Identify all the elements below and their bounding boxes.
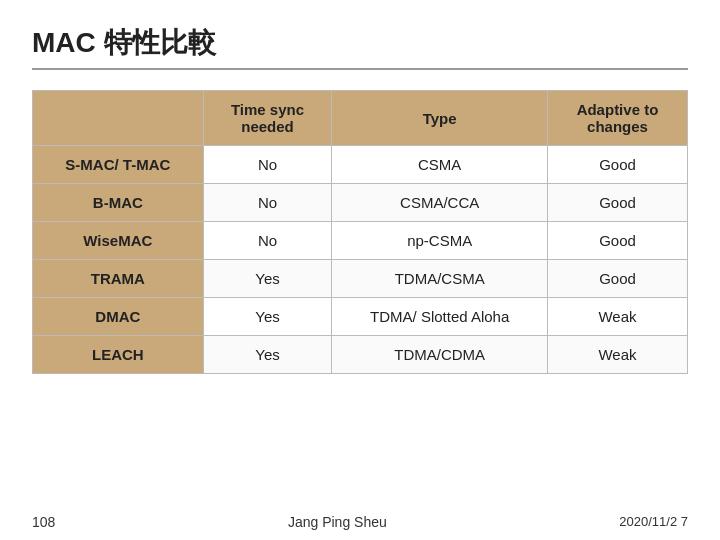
cell-value: Good (547, 260, 687, 298)
cell-value: No (203, 222, 332, 260)
cell-value: TDMA/ Slotted Aloha (332, 298, 548, 336)
row-label: LEACH (33, 336, 204, 374)
footer-date: 2020/11/2 7 (619, 514, 688, 530)
cell-value: Weak (547, 336, 687, 374)
cell-value: TDMA/CDMA (332, 336, 548, 374)
table-row: B-MACNoCSMA/CCAGood (33, 184, 688, 222)
footer-author: Jang Ping Sheu (288, 514, 387, 530)
cell-value: Weak (547, 298, 687, 336)
cell-value: CSMA/CCA (332, 184, 548, 222)
footer: 108 Jang Ping Sheu 2020/11/2 7 (0, 514, 720, 530)
title-divider (32, 68, 688, 70)
table-row: TRAMAYesTDMA/CSMAGood (33, 260, 688, 298)
cell-value: TDMA/CSMA (332, 260, 548, 298)
page-title: MAC 特性比較 (32, 24, 688, 62)
table-row: DMACYesTDMA/ Slotted AlohaWeak (33, 298, 688, 336)
row-label: S-MAC/ T-MAC (33, 146, 204, 184)
footer-page-number: 108 (32, 514, 55, 530)
col-header-adaptive: Adaptive tochanges (547, 91, 687, 146)
row-label: WiseMAC (33, 222, 204, 260)
table-row: LEACHYesTDMA/CDMAWeak (33, 336, 688, 374)
table-row: S-MAC/ T-MACNoCSMAGood (33, 146, 688, 184)
cell-value: Yes (203, 336, 332, 374)
cell-value: No (203, 184, 332, 222)
table-row: WiseMACNonp-CSMAGood (33, 222, 688, 260)
col-header-timesync: Time syncneeded (203, 91, 332, 146)
row-label: DMAC (33, 298, 204, 336)
col-header-type: Type (332, 91, 548, 146)
cell-value: Good (547, 184, 687, 222)
cell-value: Good (547, 222, 687, 260)
comparison-table: Time syncneeded Type Adaptive tochanges … (32, 90, 688, 374)
col-header-name (33, 91, 204, 146)
main-content: MAC 特性比較 Time syncneeded Type Adaptive t… (0, 0, 720, 390)
cell-value: np-CSMA (332, 222, 548, 260)
cell-value: CSMA (332, 146, 548, 184)
cell-value: Yes (203, 298, 332, 336)
row-label: B-MAC (33, 184, 204, 222)
row-label: TRAMA (33, 260, 204, 298)
cell-value: Good (547, 146, 687, 184)
cell-value: No (203, 146, 332, 184)
cell-value: Yes (203, 260, 332, 298)
table-header-row: Time syncneeded Type Adaptive tochanges (33, 91, 688, 146)
